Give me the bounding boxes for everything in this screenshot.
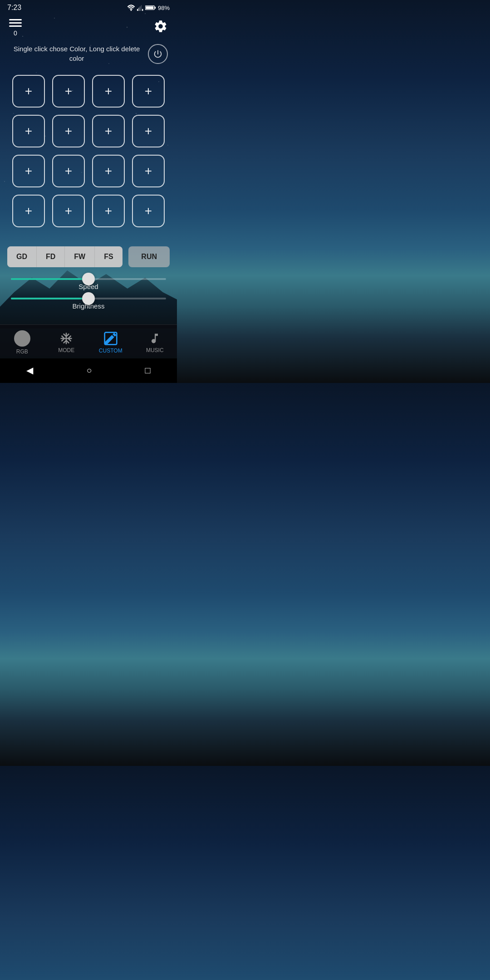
rgb-icon: [14, 330, 30, 347]
svg-rect-3: [140, 6, 141, 11]
menu-button[interactable]: 0: [7, 17, 24, 37]
mode-buttons-group: GD FD FW FS: [7, 246, 122, 267]
nav-label-mode: MODE: [58, 347, 74, 353]
svg-rect-2: [138, 8, 139, 11]
svg-rect-8: [146, 6, 153, 9]
nav-item-custom[interactable]: CUSTOM: [88, 325, 133, 358]
menu-line-3: [9, 25, 22, 27]
menu-line-1: [9, 19, 22, 20]
battery-percent: 98%: [158, 5, 170, 11]
run-button[interactable]: RUN: [128, 246, 170, 267]
top-bar: 0: [0, 14, 177, 40]
mode-btn-gd[interactable]: GD: [7, 246, 37, 267]
nav-item-rgb[interactable]: RGB: [0, 325, 44, 358]
nav-item-mode[interactable]: MODE: [44, 325, 89, 358]
nav-label-music: MUSIC: [146, 347, 164, 353]
speed-slider-fill: [11, 278, 88, 280]
color-btn-4-3[interactable]: +: [92, 195, 125, 227]
wifi-icon: [127, 5, 135, 11]
color-btn-3-3[interactable]: +: [92, 155, 125, 187]
system-nav: ◀ ○ □: [0, 358, 177, 383]
svg-point-0: [130, 10, 132, 11]
mode-btn-fw[interactable]: FW: [65, 246, 95, 267]
color-btn-2-2[interactable]: +: [52, 115, 85, 147]
instruction-text: Single click chose Color, Long click del…: [9, 44, 144, 63]
color-btn-2-4[interactable]: +: [132, 115, 165, 147]
color-btn-4-1[interactable]: +: [12, 195, 45, 227]
brightness-slider-wrap: Brightness: [11, 298, 166, 310]
mode-btn-fd[interactable]: FD: [37, 246, 65, 267]
svg-rect-5: [142, 9, 143, 11]
power-button[interactable]: [148, 44, 168, 64]
color-btn-3-4[interactable]: +: [132, 155, 165, 187]
recent-button[interactable]: □: [134, 363, 161, 377]
color-btn-1-1[interactable]: +: [12, 75, 45, 108]
mode-btn-fs[interactable]: FS: [95, 246, 122, 267]
color-grid: + + + + + + + + + + + + + + + +: [0, 68, 177, 241]
svg-rect-1: [137, 9, 138, 11]
edit-square-icon: [103, 331, 118, 346]
color-row-1: + + + +: [12, 75, 165, 108]
speed-slider-thumb[interactable]: [82, 273, 95, 285]
brightness-slider-fill: [11, 298, 88, 299]
color-btn-2-1[interactable]: +: [12, 115, 45, 147]
color-btn-1-4[interactable]: +: [132, 75, 165, 108]
nav-label-custom: CUSTOM: [99, 348, 122, 354]
color-btn-1-3[interactable]: +: [92, 75, 125, 108]
color-row-4: + + + +: [12, 195, 165, 227]
color-btn-2-3[interactable]: +: [92, 115, 125, 147]
brightness-slider-track[interactable]: [11, 298, 166, 299]
color-btn-4-4[interactable]: +: [132, 195, 165, 227]
menu-line-2: [9, 22, 22, 24]
battery-icon: [145, 5, 156, 11]
nav-item-music[interactable]: MUSIC: [133, 325, 177, 358]
bottom-nav: RGB MODE CUSTOM MUSIC: [0, 324, 177, 358]
instruction-area: Single click chose Color, Long click del…: [0, 40, 177, 68]
speed-slider-wrap: Speed: [11, 278, 166, 290]
color-row-2: + + + +: [12, 115, 165, 147]
signal-icon: [137, 5, 143, 11]
status-bar: 7:23 98%: [0, 0, 177, 14]
music-note-icon: [148, 332, 161, 345]
speed-slider-track[interactable]: [11, 278, 166, 280]
svg-rect-4: [141, 5, 142, 11]
color-btn-1-2[interactable]: +: [52, 75, 85, 108]
mode-section: GD FD FW FS RUN: [0, 241, 177, 273]
nav-label-rgb: RGB: [16, 348, 28, 355]
svg-rect-7: [155, 7, 156, 9]
color-btn-3-2[interactable]: +: [52, 155, 85, 187]
color-btn-3-1[interactable]: +: [12, 155, 45, 187]
status-icons: 98%: [127, 5, 170, 11]
power-icon: [153, 49, 163, 59]
home-button[interactable]: ○: [75, 363, 103, 377]
status-time: 7:23: [7, 4, 21, 12]
settings-button[interactable]: [152, 17, 170, 35]
color-btn-4-2[interactable]: +: [52, 195, 85, 227]
back-button[interactable]: ◀: [15, 363, 44, 377]
snowflake-icon: [59, 332, 73, 345]
sliders-section: Speed Brightness: [0, 273, 177, 324]
gear-icon: [153, 19, 168, 34]
color-row-3: + + + +: [12, 155, 165, 187]
brightness-slider-thumb[interactable]: [82, 292, 95, 305]
menu-count: 0: [7, 29, 24, 37]
